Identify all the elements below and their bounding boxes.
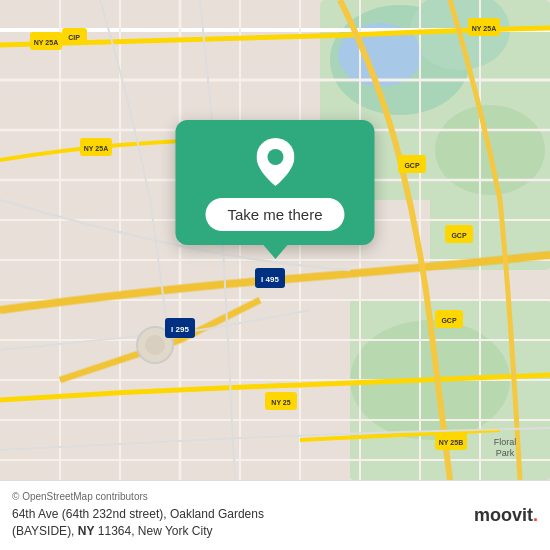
bottom-left: © OpenStreetMap contributors 64th Ave (6… <box>12 491 464 540</box>
osm-credit: © OpenStreetMap contributors <box>12 491 464 502</box>
map-container: I 495 I 295 NY 25A NY 25A NY 25A NY 25 N… <box>0 0 550 480</box>
svg-text:NY 25A: NY 25A <box>84 145 108 152</box>
svg-text:Park: Park <box>496 448 515 458</box>
svg-point-54 <box>267 149 283 165</box>
svg-text:I 295: I 295 <box>171 325 189 334</box>
svg-text:NY 25A: NY 25A <box>472 25 496 32</box>
svg-point-29 <box>145 335 165 355</box>
moovit-text: moovit. <box>474 505 538 526</box>
svg-text:NY 25A: NY 25A <box>34 39 58 46</box>
svg-text:GCP: GCP <box>451 232 467 239</box>
svg-text:NY 25: NY 25 <box>271 399 290 406</box>
popup-box: Take me there <box>175 120 374 245</box>
svg-text:NY 25B: NY 25B <box>439 439 463 446</box>
svg-text:I 495: I 495 <box>261 275 279 284</box>
svg-text:CIP: CIP <box>68 34 80 41</box>
bottom-bar: © OpenStreetMap contributors 64th Ave (6… <box>0 480 550 550</box>
take-me-there-button[interactable]: Take me there <box>205 198 344 231</box>
address-line2: (BAYSIDE), NY 11364, New York City <box>12 524 213 538</box>
svg-text:Floral: Floral <box>494 437 517 447</box>
address-text: 64th Ave (64th 232nd street), Oakland Ga… <box>12 506 464 540</box>
popup-tail <box>263 245 287 259</box>
address-line1: 64th Ave (64th 232nd street), Oakland Ga… <box>12 507 264 521</box>
moovit-logo: moovit. <box>474 505 538 526</box>
popup-overlay: Take me there <box>175 120 374 259</box>
location-pin-icon <box>256 138 294 186</box>
moovit-dot: . <box>533 505 538 525</box>
svg-text:GCP: GCP <box>441 317 457 324</box>
svg-text:GCP: GCP <box>404 162 420 169</box>
